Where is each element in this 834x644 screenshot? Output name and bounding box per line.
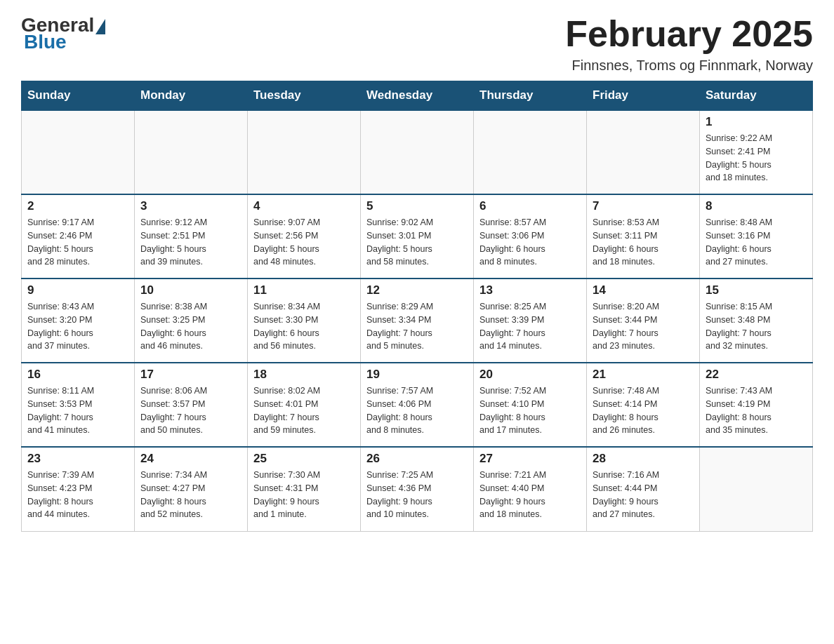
calendar-day-cell: 18Sunrise: 8:02 AMSunset: 4:01 PMDayligh… (248, 363, 361, 447)
calendar-day-cell: 13Sunrise: 8:25 AMSunset: 3:39 PMDayligh… (474, 279, 587, 363)
day-number: 12 (366, 283, 468, 297)
col-thursday: Thursday (474, 81, 587, 111)
day-info: Sunrise: 8:53 AMSunset: 3:11 PMDaylight:… (593, 216, 694, 269)
day-info: Sunrise: 8:38 AMSunset: 3:25 PMDaylight:… (140, 300, 241, 353)
calendar-day-cell: 15Sunrise: 8:15 AMSunset: 3:48 PMDayligh… (700, 279, 813, 363)
day-info: Sunrise: 9:17 AMSunset: 2:46 PMDaylight:… (27, 216, 128, 269)
logo-triangle-icon (95, 19, 105, 34)
day-number: 21 (593, 368, 694, 382)
calendar-day-cell: 5Sunrise: 9:02 AMSunset: 3:01 PMDaylight… (361, 194, 474, 279)
calendar-week-row: 23Sunrise: 7:39 AMSunset: 4:23 PMDayligh… (22, 447, 813, 531)
calendar-day-cell: 12Sunrise: 8:29 AMSunset: 3:34 PMDayligh… (361, 279, 474, 363)
day-number: 28 (593, 452, 694, 466)
day-number: 4 (253, 199, 355, 213)
day-info: Sunrise: 8:11 AMSunset: 3:53 PMDaylight:… (27, 384, 128, 437)
day-number: 19 (366, 368, 468, 382)
calendar-week-row: 9Sunrise: 8:43 AMSunset: 3:20 PMDaylight… (22, 279, 813, 363)
calendar-day-cell: 16Sunrise: 8:11 AMSunset: 3:53 PMDayligh… (22, 363, 135, 447)
calendar-day-cell (700, 447, 813, 531)
calendar-day-cell: 21Sunrise: 7:48 AMSunset: 4:14 PMDayligh… (587, 363, 700, 447)
day-number: 2 (27, 199, 128, 213)
calendar-week-row: 1Sunrise: 9:22 AMSunset: 2:41 PMDaylight… (22, 110, 813, 194)
calendar-day-cell: 26Sunrise: 7:25 AMSunset: 4:36 PMDayligh… (361, 447, 474, 531)
calendar-day-cell: 1Sunrise: 9:22 AMSunset: 2:41 PMDaylight… (700, 110, 813, 194)
calendar-week-row: 2Sunrise: 9:17 AMSunset: 2:46 PMDaylight… (22, 194, 813, 279)
day-number: 6 (479, 199, 581, 213)
calendar-day-cell: 24Sunrise: 7:34 AMSunset: 4:27 PMDayligh… (135, 447, 248, 531)
day-info: Sunrise: 8:25 AMSunset: 3:39 PMDaylight:… (479, 300, 581, 353)
day-number: 18 (253, 368, 355, 382)
col-monday: Monday (135, 81, 248, 111)
day-number: 10 (140, 283, 241, 297)
calendar-day-cell: 8Sunrise: 8:48 AMSunset: 3:16 PMDaylight… (700, 194, 813, 279)
day-info: Sunrise: 9:22 AMSunset: 2:41 PMDaylight:… (706, 132, 807, 185)
calendar-day-cell (474, 110, 587, 194)
calendar-header-row: Sunday Monday Tuesday Wednesday Thursday… (22, 81, 813, 111)
calendar-day-cell: 17Sunrise: 8:06 AMSunset: 3:57 PMDayligh… (135, 363, 248, 447)
page-header: General Blue February 2025 Finnsnes, Tro… (21, 14, 813, 74)
calendar-table: Sunday Monday Tuesday Wednesday Thursday… (21, 81, 813, 532)
day-number: 23 (27, 452, 128, 466)
title-section: February 2025 Finnsnes, Troms og Finnmar… (565, 14, 813, 74)
day-number: 17 (140, 368, 241, 382)
calendar-day-cell: 7Sunrise: 8:53 AMSunset: 3:11 PMDaylight… (587, 194, 700, 279)
calendar-day-cell (587, 110, 700, 194)
day-number: 5 (366, 199, 468, 213)
day-number: 1 (706, 115, 807, 129)
calendar-day-cell: 2Sunrise: 9:17 AMSunset: 2:46 PMDaylight… (22, 194, 135, 279)
calendar-day-cell: 20Sunrise: 7:52 AMSunset: 4:10 PMDayligh… (474, 363, 587, 447)
day-number: 11 (253, 283, 355, 297)
calendar-day-cell: 14Sunrise: 8:20 AMSunset: 3:44 PMDayligh… (587, 279, 700, 363)
day-info: Sunrise: 7:34 AMSunset: 4:27 PMDaylight:… (140, 469, 241, 521)
day-info: Sunrise: 8:57 AMSunset: 3:06 PMDaylight:… (479, 216, 581, 269)
day-number: 25 (253, 452, 355, 466)
calendar-day-cell: 28Sunrise: 7:16 AMSunset: 4:44 PMDayligh… (587, 447, 700, 531)
day-number: 22 (706, 368, 807, 382)
col-saturday: Saturday (700, 81, 813, 111)
day-number: 7 (593, 199, 694, 213)
day-info: Sunrise: 8:06 AMSunset: 3:57 PMDaylight:… (140, 384, 241, 437)
day-info: Sunrise: 7:25 AMSunset: 4:36 PMDaylight:… (366, 469, 468, 521)
day-info: Sunrise: 7:57 AMSunset: 4:06 PMDaylight:… (366, 384, 468, 437)
calendar-day-cell: 23Sunrise: 7:39 AMSunset: 4:23 PMDayligh… (22, 447, 135, 531)
logo: General Blue (21, 14, 107, 53)
calendar-day-cell: 27Sunrise: 7:21 AMSunset: 4:40 PMDayligh… (474, 447, 587, 531)
day-info: Sunrise: 7:39 AMSunset: 4:23 PMDaylight:… (27, 469, 128, 521)
col-wednesday: Wednesday (361, 81, 474, 111)
day-info: Sunrise: 9:02 AMSunset: 3:01 PMDaylight:… (366, 216, 468, 269)
day-info: Sunrise: 8:29 AMSunset: 3:34 PMDaylight:… (366, 300, 468, 353)
day-number: 24 (140, 452, 241, 466)
calendar-day-cell: 11Sunrise: 8:34 AMSunset: 3:30 PMDayligh… (248, 279, 361, 363)
calendar-day-cell (248, 110, 361, 194)
day-info: Sunrise: 8:34 AMSunset: 3:30 PMDaylight:… (253, 300, 355, 353)
day-info: Sunrise: 8:43 AMSunset: 3:20 PMDaylight:… (27, 300, 128, 353)
calendar-day-cell: 3Sunrise: 9:12 AMSunset: 2:51 PMDaylight… (135, 194, 248, 279)
day-number: 13 (479, 283, 581, 297)
calendar-day-cell: 4Sunrise: 9:07 AMSunset: 2:56 PMDaylight… (248, 194, 361, 279)
col-tuesday: Tuesday (248, 81, 361, 111)
day-number: 16 (27, 368, 128, 382)
day-number: 20 (479, 368, 581, 382)
day-info: Sunrise: 7:48 AMSunset: 4:14 PMDaylight:… (593, 384, 694, 437)
calendar-title: February 2025 (565, 14, 813, 54)
calendar-week-row: 16Sunrise: 8:11 AMSunset: 3:53 PMDayligh… (22, 363, 813, 447)
day-info: Sunrise: 8:15 AMSunset: 3:48 PMDaylight:… (706, 300, 807, 353)
day-info: Sunrise: 7:43 AMSunset: 4:19 PMDaylight:… (706, 384, 807, 437)
day-info: Sunrise: 7:30 AMSunset: 4:31 PMDaylight:… (253, 469, 355, 521)
calendar-day-cell: 9Sunrise: 8:43 AMSunset: 3:20 PMDaylight… (22, 279, 135, 363)
day-info: Sunrise: 7:16 AMSunset: 4:44 PMDaylight:… (593, 469, 694, 521)
day-info: Sunrise: 7:21 AMSunset: 4:40 PMDaylight:… (479, 469, 581, 521)
day-number: 26 (366, 452, 468, 466)
day-number: 3 (140, 199, 241, 213)
col-sunday: Sunday (22, 81, 135, 111)
day-number: 27 (479, 452, 581, 466)
day-info: Sunrise: 9:07 AMSunset: 2:56 PMDaylight:… (253, 216, 355, 269)
day-info: Sunrise: 7:52 AMSunset: 4:10 PMDaylight:… (479, 384, 581, 437)
calendar-day-cell: 22Sunrise: 7:43 AMSunset: 4:19 PMDayligh… (700, 363, 813, 447)
day-info: Sunrise: 9:12 AMSunset: 2:51 PMDaylight:… (140, 216, 241, 269)
calendar-day-cell: 19Sunrise: 7:57 AMSunset: 4:06 PMDayligh… (361, 363, 474, 447)
location-text: Finnsnes, Troms og Finnmark, Norway (565, 58, 813, 74)
day-number: 14 (593, 283, 694, 297)
calendar-day-cell: 10Sunrise: 8:38 AMSunset: 3:25 PMDayligh… (135, 279, 248, 363)
day-info: Sunrise: 8:48 AMSunset: 3:16 PMDaylight:… (706, 216, 807, 269)
